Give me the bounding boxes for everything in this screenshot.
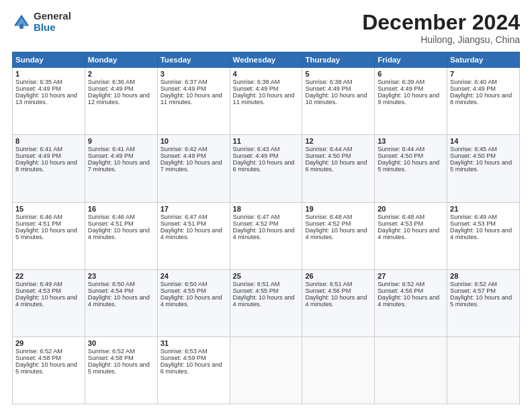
table-cell: 9Sunrise: 6:41 AMSunset: 4:49 PMDaylight…: [85, 135, 157, 202]
table-row: 1Sunrise: 6:35 AMSunset: 4:49 PMDaylight…: [13, 68, 520, 135]
table-cell: 21Sunrise: 6:49 AMSunset: 4:53 PMDayligh…: [447, 202, 520, 269]
table-cell: [302, 336, 375, 404]
page: General Blue December 2024 Huilong, Jian…: [0, 0, 532, 411]
table-cell: 22Sunrise: 6:49 AMSunset: 4:53 PMDayligh…: [13, 269, 85, 336]
col-wednesday: Wednesday: [230, 52, 302, 68]
col-friday: Friday: [375, 52, 447, 68]
table-row: 15Sunrise: 6:46 AMSunset: 4:51 PMDayligh…: [13, 202, 520, 269]
table-cell: 26Sunrise: 6:51 AMSunset: 4:56 PMDayligh…: [302, 269, 375, 336]
table-row: 8Sunrise: 6:41 AMSunset: 4:49 PMDaylight…: [13, 135, 520, 202]
table-cell: 15Sunrise: 6:46 AMSunset: 4:51 PMDayligh…: [13, 202, 85, 269]
table-cell: [447, 336, 520, 404]
table-cell: 5Sunrise: 6:38 AMSunset: 4:49 PMDaylight…: [302, 68, 375, 135]
table-cell: 19Sunrise: 6:48 AMSunset: 4:52 PMDayligh…: [302, 202, 375, 269]
logo-blue-label: Blue: [34, 22, 71, 34]
title-block: December 2024 Huilong, Jiangsu, China: [362, 11, 520, 45]
title-month: December 2024: [362, 11, 520, 34]
table-row: 22Sunrise: 6:49 AMSunset: 4:53 PMDayligh…: [13, 269, 520, 336]
table-cell: 1Sunrise: 6:35 AMSunset: 4:49 PMDaylight…: [13, 68, 85, 135]
logo-icon: [12, 13, 31, 32]
svg-rect-2: [19, 24, 24, 28]
table-cell: 6Sunrise: 6:39 AMSunset: 4:49 PMDaylight…: [375, 68, 447, 135]
header: General Blue December 2024 Huilong, Jian…: [12, 11, 520, 45]
table-cell: [230, 336, 302, 404]
table-cell: 11Sunrise: 6:43 AMSunset: 4:49 PMDayligh…: [230, 135, 302, 202]
table-cell: 28Sunrise: 6:52 AMSunset: 4:57 PMDayligh…: [447, 269, 520, 336]
table-cell: [375, 336, 447, 404]
table-cell: 4Sunrise: 6:38 AMSunset: 4:49 PMDaylight…: [230, 68, 302, 135]
table-cell: 20Sunrise: 6:48 AMSunset: 4:53 PMDayligh…: [375, 202, 447, 269]
table-cell: 25Sunrise: 6:51 AMSunset: 4:55 PMDayligh…: [230, 269, 302, 336]
table-cell: 23Sunrise: 6:50 AMSunset: 4:54 PMDayligh…: [85, 269, 157, 336]
table-cell: 27Sunrise: 6:52 AMSunset: 4:56 PMDayligh…: [375, 269, 447, 336]
title-location: Huilong, Jiangsu, China: [362, 34, 520, 45]
col-sunday: Sunday: [13, 52, 85, 68]
table-row: 29Sunrise: 6:52 AMSunset: 4:58 PMDayligh…: [13, 336, 520, 404]
table-cell: 17Sunrise: 6:47 AMSunset: 4:51 PMDayligh…: [157, 202, 230, 269]
table-cell: 14Sunrise: 6:45 AMSunset: 4:50 PMDayligh…: [447, 135, 520, 202]
col-saturday: Saturday: [447, 52, 520, 68]
table-cell: 10Sunrise: 6:42 AMSunset: 4:49 PMDayligh…: [157, 135, 230, 202]
table-cell: 18Sunrise: 6:47 AMSunset: 4:52 PMDayligh…: [230, 202, 302, 269]
table-cell: 30Sunrise: 6:52 AMSunset: 4:58 PMDayligh…: [85, 336, 157, 404]
table-cell: 31Sunrise: 6:53 AMSunset: 4:59 PMDayligh…: [157, 336, 230, 404]
table-cell: 13Sunrise: 6:44 AMSunset: 4:50 PMDayligh…: [375, 135, 447, 202]
table-cell: 2Sunrise: 6:36 AMSunset: 4:49 PMDaylight…: [85, 68, 157, 135]
table-cell: 29Sunrise: 6:52 AMSunset: 4:58 PMDayligh…: [13, 336, 85, 404]
table-cell: 12Sunrise: 6:44 AMSunset: 4:50 PMDayligh…: [302, 135, 375, 202]
col-tuesday: Tuesday: [157, 52, 230, 68]
table-cell: 3Sunrise: 6:37 AMSunset: 4:49 PMDaylight…: [157, 68, 230, 135]
col-monday: Monday: [85, 52, 157, 68]
calendar-table: Sunday Monday Tuesday Wednesday Thursday…: [12, 52, 520, 404]
logo-general-label: General: [34, 11, 71, 22]
header-row: Sunday Monday Tuesday Wednesday Thursday…: [13, 52, 520, 68]
table-cell: 7Sunrise: 6:40 AMSunset: 4:49 PMDaylight…: [447, 68, 520, 135]
table-cell: 16Sunrise: 6:46 AMSunset: 4:51 PMDayligh…: [85, 202, 157, 269]
logo: General Blue: [12, 11, 71, 33]
table-cell: 24Sunrise: 6:50 AMSunset: 4:55 PMDayligh…: [157, 269, 230, 336]
logo-text: General Blue: [34, 11, 71, 33]
table-cell: 8Sunrise: 6:41 AMSunset: 4:49 PMDaylight…: [13, 135, 85, 202]
col-thursday: Thursday: [302, 52, 375, 68]
